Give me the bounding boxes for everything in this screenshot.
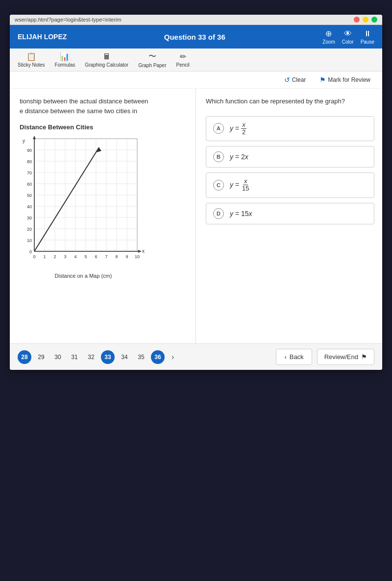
- svg-text:10: 10: [135, 254, 140, 259]
- page-34[interactable]: 34: [118, 350, 131, 364]
- minimize-button[interactable]: [363, 17, 368, 23]
- pencil-label: Pencil: [176, 62, 189, 68]
- graph-area: 0 10 20 30 40 50 60 70 80 90 y: [20, 134, 147, 279]
- question-counter: Question 33 of 36: [164, 33, 225, 41]
- formulas-icon: 📊: [60, 52, 70, 61]
- frac-den-c: 15: [241, 185, 250, 192]
- review-end-label: Review/End: [324, 353, 358, 361]
- svg-text:6: 6: [95, 254, 97, 259]
- graph-svg: 0 10 20 30 40 50 60 70 80 90 y: [20, 134, 147, 271]
- page-28[interactable]: 28: [18, 350, 31, 364]
- zoom-label: Zoom: [322, 39, 335, 45]
- browser-window: wser/app.html?page=login&test-type=inter…: [10, 15, 382, 370]
- svg-marker-22: [33, 136, 36, 139]
- svg-text:10: 10: [27, 238, 32, 243]
- question-line1: tionship between the actual distance bet…: [20, 97, 148, 105]
- back-button[interactable]: ‹ Back: [276, 349, 312, 365]
- answer-choice-a[interactable]: A y = x 2: [206, 116, 374, 142]
- frac-num-a: x: [241, 121, 246, 129]
- calculator-icon: 🖩: [103, 52, 111, 61]
- pencil-icon: ✏: [180, 52, 186, 61]
- back-label: Back: [290, 353, 304, 361]
- graph-paper-icon: 〜: [148, 51, 156, 62]
- formulas-label: Formulas: [55, 62, 75, 68]
- answer-choice-c[interactable]: C y = x 15: [206, 172, 374, 198]
- back-arrow-icon: ‹: [284, 353, 286, 361]
- svg-text:20: 20: [27, 227, 32, 232]
- svg-text:50: 50: [27, 193, 32, 198]
- choice-label-d: D: [213, 208, 224, 219]
- maximize-button[interactable]: [371, 17, 377, 23]
- nav-buttons: ‹ Back Review/End ⚑: [276, 349, 374, 365]
- svg-text:x: x: [142, 248, 145, 254]
- url-bar: wser/app.html?page=login&test-type=inter…: [10, 15, 382, 25]
- pencil-button[interactable]: ✏ Pencil: [176, 52, 189, 68]
- svg-text:y: y: [23, 138, 25, 144]
- svg-text:7: 7: [105, 254, 107, 259]
- svg-text:70: 70: [27, 170, 32, 175]
- header-tools: ⊕ Zoom 👁 Color ⏸ Pause: [322, 29, 374, 45]
- choice-label-b: B: [213, 151, 224, 162]
- choice-math-d: y = 15x: [230, 210, 252, 218]
- question-line2: e distance between the same two cities i…: [20, 107, 137, 115]
- pause-button[interactable]: ⏸ Pause: [361, 29, 374, 45]
- page-33[interactable]: 33: [101, 350, 115, 364]
- formulas-button[interactable]: 📊 Formulas: [55, 52, 75, 68]
- mark-for-review-button[interactable]: ⚑ Mark for Review: [316, 74, 374, 85]
- next-arrow[interactable]: ›: [168, 351, 178, 363]
- sticky-notes-button[interactable]: 📋 Sticky Notes: [18, 52, 45, 68]
- question-text-left: tionship between the actual distance bet…: [20, 97, 188, 116]
- zoom-button[interactable]: ⊕ Zoom: [322, 29, 335, 45]
- choice-label-c: C: [213, 180, 224, 191]
- header-bar: ELIJAH LOPEZ Question 33 of 36 ⊕ Zoom 👁 …: [10, 25, 382, 48]
- sticky-notes-label: Sticky Notes: [18, 62, 45, 68]
- color-button[interactable]: 👁 Color: [342, 29, 354, 45]
- pause-icon: ⏸: [364, 29, 371, 38]
- choice-math-c: y = x 15: [230, 178, 250, 193]
- close-button[interactable]: [354, 17, 360, 23]
- graph-wrapper: 0 10 20 30 40 50 60 70 80 90 y: [20, 134, 188, 279]
- review-end-button[interactable]: Review/End ⚑: [317, 349, 374, 365]
- svg-text:0: 0: [33, 254, 35, 259]
- page-31[interactable]: 31: [68, 350, 81, 364]
- page-32[interactable]: 32: [84, 350, 98, 364]
- page-29[interactable]: 29: [34, 350, 48, 364]
- graphing-calculator-button[interactable]: 🖩 Graphing Calculator: [85, 52, 128, 68]
- svg-text:4: 4: [74, 254, 76, 259]
- color-label: Color: [342, 39, 354, 45]
- graph-title: Distance Between Cities: [20, 123, 188, 131]
- graph-paper-button[interactable]: 〜 Graph Paper: [138, 51, 166, 68]
- graph-paper-label: Graph Paper: [138, 63, 166, 68]
- color-icon: 👁: [344, 29, 352, 38]
- choice-label-a: A: [213, 123, 224, 134]
- graph-container: Distance Between Cities: [20, 123, 188, 279]
- page-36[interactable]: 36: [151, 350, 165, 364]
- svg-text:2: 2: [53, 254, 56, 259]
- frac-den-a: 2: [241, 129, 246, 136]
- answer-choice-b[interactable]: B y = 2x: [206, 146, 374, 168]
- page-35[interactable]: 35: [134, 350, 148, 364]
- left-panel: tionship between the actual distance bet…: [10, 89, 196, 343]
- svg-text:1: 1: [43, 254, 46, 259]
- bottom-nav: 28 29 30 31 32 33 34 35 36 › ‹ Back Revi…: [10, 343, 382, 370]
- sticky-notes-icon: 📋: [26, 52, 36, 61]
- mark-for-review-label: Mark for Review: [328, 76, 370, 83]
- clear-label: Clear: [292, 76, 306, 83]
- student-name: ELIJAH LOPEZ: [18, 33, 67, 41]
- choice-math-a: y = x 2: [230, 121, 246, 136]
- svg-text:8: 8: [115, 254, 118, 259]
- page-30[interactable]: 30: [51, 350, 65, 364]
- svg-marker-20: [138, 250, 141, 253]
- pause-label: Pause: [361, 39, 374, 45]
- fraction-c: x 15: [241, 178, 250, 193]
- answer-choice-d[interactable]: D y = 15x: [206, 203, 374, 224]
- right-question-text: Which function can be represented by the…: [206, 97, 374, 106]
- toolbar: 📋 Sticky Notes 📊 Formulas 🖩 Graphing Cal…: [10, 48, 382, 72]
- svg-text:30: 30: [27, 216, 32, 220]
- flag-end-icon: ⚑: [361, 353, 367, 361]
- svg-text:9: 9: [125, 254, 128, 259]
- svg-text:0: 0: [29, 249, 32, 254]
- main-content: tionship between the actual distance bet…: [10, 89, 382, 343]
- clear-icon: ↺: [284, 76, 290, 84]
- clear-button[interactable]: ↺ Clear: [280, 74, 310, 85]
